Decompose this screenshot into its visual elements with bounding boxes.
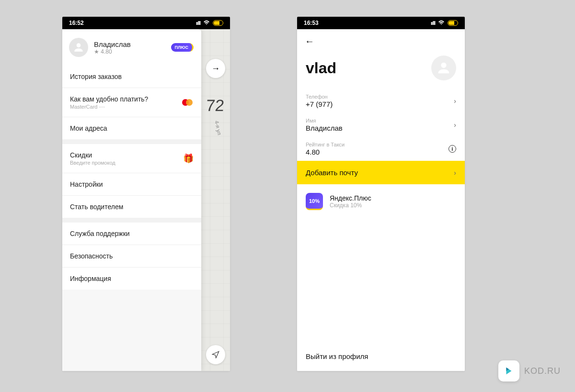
status-icons: ıılll xyxy=(196,20,223,26)
field-rating[interactable]: Рейтинг в Такси 4.80 i xyxy=(297,137,465,161)
back-row: ← xyxy=(297,29,465,54)
name-label: Имя xyxy=(306,118,343,123)
status-bar: 16:53 ıılll xyxy=(297,17,465,29)
menu-support[interactable]: Служба поддержки xyxy=(62,223,201,245)
menu-payment-sub: MasterCard ···· xyxy=(70,104,148,110)
map-street-label: 4-я ул xyxy=(214,120,222,135)
menu-become-driver[interactable]: Стать водителем xyxy=(62,195,201,218)
back-button[interactable]: ← xyxy=(305,36,314,46)
plus-badge: ПЛЮС xyxy=(171,43,194,52)
watermark-text: KOD.RU xyxy=(524,366,561,376)
field-name[interactable]: Имя Владислав › xyxy=(297,113,465,137)
group-divider xyxy=(62,218,201,223)
status-time: 16:52 xyxy=(69,20,84,26)
mastercard-icon xyxy=(182,99,194,106)
menu-info[interactable]: Информация xyxy=(62,267,201,290)
menu-support-label: Служба поддержки xyxy=(70,230,130,237)
avatar xyxy=(69,38,88,57)
menu-safety-label: Безопасность xyxy=(70,252,113,260)
menu-addresses-label: Мои адреса xyxy=(70,124,107,132)
menu-discounts-sub: Введите промокод xyxy=(70,160,115,166)
status-bar: 16:52 ıılll xyxy=(62,17,230,29)
profile-rating: ★ 4.80 xyxy=(94,48,131,55)
battery-icon xyxy=(448,20,458,26)
signal-icon: ıılll xyxy=(431,21,435,26)
locate-button[interactable] xyxy=(206,345,225,364)
logout-button[interactable]: Выйти из профиля xyxy=(297,342,465,371)
yandex-plus-row[interactable]: 10% Яндекс.Плюс Скидка 10% xyxy=(297,184,465,219)
menu-driver-label: Стать водителем xyxy=(70,203,123,211)
profile-name: Владислав xyxy=(94,40,131,48)
phone-label: Телефон xyxy=(306,94,333,100)
menu-history-label: История заказов xyxy=(70,73,122,80)
avatar[interactable] xyxy=(431,56,456,80)
signal-icon: ıılll xyxy=(196,21,200,26)
menu-group-3: Служба поддержки Безопасность Информация xyxy=(62,223,201,290)
chevron-right-icon: › xyxy=(454,97,456,105)
group-divider xyxy=(62,139,201,144)
plus-tile-icon: 10% xyxy=(306,193,323,210)
profile-username: vlad xyxy=(306,59,336,77)
menu-discounts-title: Скидки xyxy=(70,151,115,159)
location-arrow-icon xyxy=(211,350,220,359)
person-icon xyxy=(436,60,452,76)
menu-drawer: Владислав ★ 4.80 ПЛЮС История заказов Ка… xyxy=(62,29,201,371)
menu-group-1: История заказов Как вам удобно платить? … xyxy=(62,66,201,139)
status-icons: ıılll xyxy=(431,20,458,26)
watermark: KOD.RU xyxy=(498,360,561,381)
phone-left: 16:52 ıılll 72 4-я ул → Владислав ★ 4.80 xyxy=(62,17,230,371)
menu-settings-label: Настройки xyxy=(70,180,103,188)
menu-info-label: Информация xyxy=(70,275,111,282)
phone-value: +7 (977) xyxy=(306,100,333,108)
phone-right: 16:53 ıılll ← vlad Телефон +7 (977) › xyxy=(297,17,465,371)
menu-history[interactable]: История заказов xyxy=(62,66,201,88)
logout-label: Выйти из профиля xyxy=(306,352,368,360)
status-time: 16:53 xyxy=(304,20,319,26)
rating-value: 4.80 xyxy=(306,148,345,156)
chevron-right-icon: › xyxy=(454,121,456,129)
profile-header[interactable]: Владислав ★ 4.80 ПЛЮС xyxy=(62,29,201,66)
menu-discounts[interactable]: Скидки Введите промокод 🎁 xyxy=(62,144,201,173)
name-value: Владислав xyxy=(306,124,343,132)
add-email-label: Добавить почту xyxy=(306,168,358,177)
menu-payment-title: Как вам удобно платить? xyxy=(70,95,148,103)
gift-icon: 🎁 xyxy=(183,153,194,164)
plus-sub: Скидка 10% xyxy=(330,202,371,209)
title-row: vlad xyxy=(297,54,465,89)
rating-label: Рейтинг в Такси xyxy=(306,142,345,147)
menu-addresses[interactable]: Мои адреса xyxy=(62,117,201,139)
map-house-number: 72 xyxy=(205,96,225,115)
person-icon xyxy=(72,41,85,54)
add-email-button[interactable]: Добавить почту › xyxy=(297,161,465,184)
arrow-right-icon: → xyxy=(211,64,220,74)
wifi-icon xyxy=(438,20,445,26)
info-icon[interactable]: i xyxy=(448,145,456,153)
menu-group-2: Скидки Введите промокод 🎁 Настройки Стат… xyxy=(62,144,201,218)
chevron-right-icon: › xyxy=(454,169,456,177)
menu-payment[interactable]: Как вам удобно платить? MasterCard ···· xyxy=(62,88,201,117)
field-phone[interactable]: Телефон +7 (977) › xyxy=(297,89,465,113)
wifi-icon xyxy=(203,20,210,26)
play-icon xyxy=(504,366,514,376)
watermark-logo xyxy=(498,360,519,381)
profile-page: ← vlad Телефон +7 (977) › Имя Владислав … xyxy=(297,29,465,371)
close-drawer-button[interactable]: → xyxy=(206,59,225,78)
drawer-fill xyxy=(62,290,201,371)
menu-settings[interactable]: Настройки xyxy=(62,173,201,195)
plus-title: Яндекс.Плюс xyxy=(330,194,371,202)
menu-safety[interactable]: Безопасность xyxy=(62,245,201,267)
battery-icon xyxy=(213,20,223,26)
